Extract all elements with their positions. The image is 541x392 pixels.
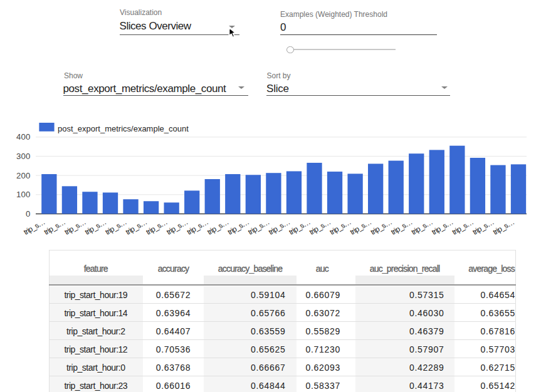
svg-text:trip_s…: trip_s… — [43, 217, 67, 236]
svg-text:trip_s…: trip_s… — [451, 217, 475, 236]
svg-text:trip_s…: trip_s… — [491, 217, 516, 236]
svg-text:400: 400 — [16, 132, 31, 142]
svg-text:trip_s…: trip_s… — [430, 217, 454, 236]
svg-text:trip_s…: trip_s… — [63, 217, 87, 236]
svg-text:trip_s…: trip_s… — [287, 217, 312, 236]
svg-text:trip_s…: trip_s… — [186, 217, 210, 236]
svg-text:trip_s…: trip_s… — [389, 217, 414, 236]
svg-text:trip_s…: trip_s… — [328, 217, 353, 236]
svg-text:trip_s…: trip_s… — [103, 217, 128, 236]
svg-text:trip_s…: trip_s… — [246, 217, 271, 236]
svg-text:0: 0 — [26, 209, 31, 219]
svg-text:trip_s…: trip_s… — [369, 217, 394, 236]
svg-text:trip_s…: trip_s… — [349, 217, 373, 236]
svg-text:trip_s…: trip_s… — [83, 217, 108, 236]
svg-text:trip_s…: trip_s… — [308, 217, 332, 236]
svg-text:trip_s…: trip_s… — [124, 217, 149, 236]
svg-text:trip_s…: trip_s… — [471, 217, 495, 236]
svg-text:trip_s…: trip_s… — [267, 217, 292, 236]
svg-text:200: 200 — [16, 171, 31, 180]
svg-text:100: 100 — [16, 190, 31, 199]
svg-text:trip_s…: trip_s… — [226, 217, 251, 236]
svg-text:300: 300 — [16, 152, 31, 161]
svg-text:trip_s…: trip_s… — [22, 217, 46, 236]
svg-text:trip_s…: trip_s… — [206, 217, 230, 236]
svg-text:trip_s…: trip_s… — [165, 217, 189, 236]
svg-text:post_export_metrics/example_co: post_export_metrics/example_count — [58, 124, 189, 133]
svg-text:trip_s…: trip_s… — [145, 217, 169, 236]
svg-text:trip_s…: trip_s… — [410, 217, 434, 236]
